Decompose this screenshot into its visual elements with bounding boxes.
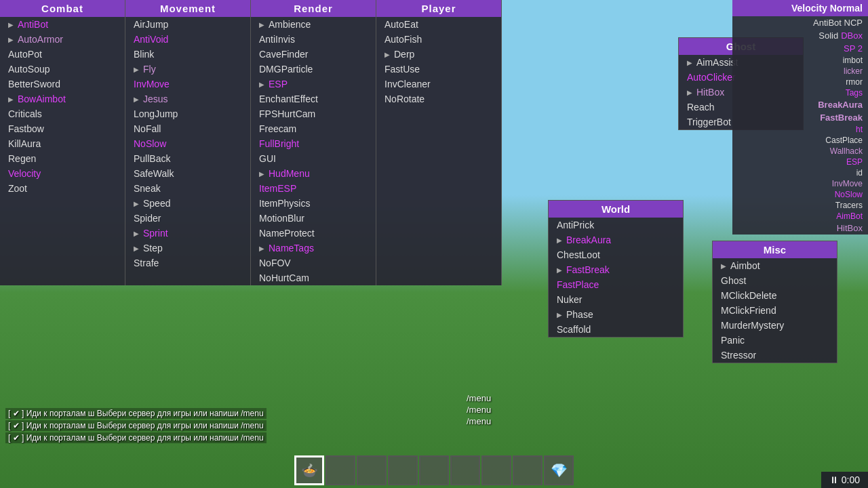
movement-safewalk[interactable]: SafeWalk [125, 166, 250, 181]
esp-right-label: ESP [732, 157, 868, 167]
misc-panic[interactable]: Panic [713, 333, 837, 348]
misc-ghost[interactable]: Ghost [713, 273, 837, 288]
combat-autoarmor[interactable]: ▶AutoArmor [0, 32, 125, 47]
hotbar-slot-1[interactable]: 🍲 [294, 455, 324, 485]
movement-longjump[interactable]: LongJump [125, 106, 250, 121]
render-nametags[interactable]: ▶NameTags [251, 241, 376, 256]
world-scaffold[interactable]: Scaffold [549, 322, 683, 337]
movement-speed[interactable]: ▶Speed [125, 196, 250, 211]
misc-murdermystery[interactable]: MurderMystery [713, 318, 837, 333]
hotbar-slot-3[interactable] [357, 455, 387, 485]
render-fullbright[interactable]: FullBright [251, 136, 376, 151]
world-breakaura[interactable]: ▶BreakAura [549, 232, 683, 247]
movement-pullback[interactable]: PullBack [125, 151, 250, 166]
player-autoeat[interactable]: AutoEat [376, 17, 501, 32]
render-cavefinder[interactable]: CaveFinder [251, 47, 376, 62]
render-nohurtcam[interactable]: NoHurtCam [251, 270, 376, 285]
player-column: Player AutoEat AutoFish ▶Derp FastUse In… [376, 0, 502, 285]
movement-blink[interactable]: Blink [125, 47, 250, 62]
player-autofish[interactable]: AutoFish [376, 32, 501, 47]
player-invcleaner[interactable]: InvCleaner [376, 77, 501, 92]
movement-noslow[interactable]: NoSlow [125, 136, 250, 151]
world-antiprick[interactable]: AntiPrick [549, 218, 683, 232]
hotbar-slot-2[interactable] [326, 455, 355, 485]
combat-header: Combat [0, 0, 125, 17]
movement-header: Movement [125, 0, 250, 17]
world-fastplace[interactable]: FastPlace [549, 277, 683, 292]
player-derp[interactable]: ▶Derp [376, 47, 501, 62]
movement-fly[interactable]: ▶Fly [125, 62, 250, 77]
combat-regen[interactable]: Regen [0, 151, 125, 166]
combat-autosoup[interactable]: AutoSoup [0, 62, 125, 77]
solid-label: Solid [818, 30, 838, 41]
combat-autopot[interactable]: AutoPot [0, 47, 125, 62]
player-norotate[interactable]: NoRotate [376, 92, 501, 106]
render-dmgparticle[interactable]: DMGParticle [251, 62, 376, 77]
movement-airjump[interactable]: AirJump [125, 17, 250, 32]
misc-aimbot[interactable]: ▶Aimbot [713, 258, 837, 273]
render-itemphysics[interactable]: ItemPhysics [251, 196, 376, 211]
hotbar-slot-4[interactable] [388, 455, 418, 485]
world-phase[interactable]: ▶Phase [549, 307, 683, 322]
misc-mclickdelete[interactable]: MClickDelete [713, 288, 837, 303]
render-freecam[interactable]: Freecam [251, 121, 376, 136]
movement-antivoid[interactable]: AntiVoid [125, 32, 250, 47]
misc-panel: Misc ▶Aimbot Ghost MClickDelete MClickFr… [712, 241, 837, 363]
rmor-label: rmor [732, 77, 868, 87]
combat-bowaimbot[interactable]: ▶BowAimbot [0, 92, 125, 106]
hotbar-slot-8[interactable] [513, 455, 542, 485]
combat-criticals[interactable]: Criticals [0, 106, 125, 121]
movement-sprint[interactable]: ▶Sprint [125, 226, 250, 241]
render-nameprotect[interactable]: NameProtect [251, 226, 376, 241]
velocity-header: Velocity Normal [732, 0, 868, 16]
combat-killaura[interactable]: KillAura [0, 136, 125, 151]
noslow-right-label: NoSlow [732, 189, 868, 200]
wallhack-label: Wallhack [732, 146, 868, 157]
menu-cmd-2: /menu [467, 405, 491, 415]
movement-step[interactable]: ▶Step [125, 241, 250, 256]
movement-spider[interactable]: Spider [125, 211, 250, 226]
menu-commands: /menu /menu /menu [467, 393, 491, 426]
render-gui[interactable]: GUI [251, 151, 376, 166]
movement-invmove[interactable]: InvMove [125, 77, 250, 92]
world-chestloot[interactable]: ChestLoot [549, 247, 683, 262]
render-hudmenu[interactable]: ▶HudMenu [251, 166, 376, 181]
combat-fastbow[interactable]: Fastbow [0, 121, 125, 136]
hotbar-slot-6[interactable] [450, 455, 480, 485]
world-panel-header: World [549, 201, 683, 218]
aimbot-right-label: AimBot [732, 211, 868, 222]
world-panel: World AntiPrick ▶BreakAura ChestLoot ▶Fa… [548, 200, 684, 338]
menu-cmd-1: /menu [467, 393, 491, 403]
hotbar-slot-5[interactable] [419, 455, 449, 485]
tags-label: Tags [732, 87, 868, 98]
movement-strafe[interactable]: Strafe [125, 256, 250, 270]
render-enchanteffect[interactable]: EnchantEffect [251, 92, 376, 106]
misc-mclickfriend[interactable]: MClickFriend [713, 303, 837, 318]
timer-label: ⏸ 0:00 [829, 474, 860, 485]
render-nofov[interactable]: NoFOV [251, 256, 376, 270]
misc-stressor[interactable]: Stressor [713, 348, 837, 363]
render-ambience[interactable]: ▶Ambience [251, 17, 376, 32]
movement-sneak[interactable]: Sneak [125, 181, 250, 196]
player-header: Player [376, 0, 501, 17]
dbox-label: DBox [841, 30, 863, 41]
world-fastbreak[interactable]: ▶FastBreak [549, 262, 683, 277]
breakaura-right-label: BreakAura [732, 98, 868, 111]
render-motionblur[interactable]: MotionBlur [251, 211, 376, 226]
movement-jesus[interactable]: ▶Jesus [125, 92, 250, 106]
render-fpshurtcam[interactable]: FPSHurtCam [251, 106, 376, 121]
combat-bettersword[interactable]: BetterSword [0, 77, 125, 92]
render-antiinvis[interactable]: AntiInvis [251, 32, 376, 47]
player-fastuse[interactable]: FastUse [376, 62, 501, 77]
hotbar-slot-9[interactable]: 💎 [544, 455, 574, 485]
combat-velocity[interactable]: Velocity [0, 166, 125, 181]
chat-line-3: [ ✔ ] Иди к порталам ш Выбери сервер для… [5, 432, 267, 443]
render-esp[interactable]: ▶ESP [251, 77, 376, 92]
combat-antibot[interactable]: ▶AntiBot [0, 17, 125, 32]
hotbar-slot-7[interactable] [481, 455, 511, 485]
movement-nofall[interactable]: NoFall [125, 121, 250, 136]
render-itemesp[interactable]: ItemESP [251, 181, 376, 196]
combat-zoot[interactable]: Zoot [0, 181, 125, 196]
timer-bar: ⏸ 0:00 [821, 472, 868, 488]
world-nuker[interactable]: Nuker [549, 292, 683, 307]
